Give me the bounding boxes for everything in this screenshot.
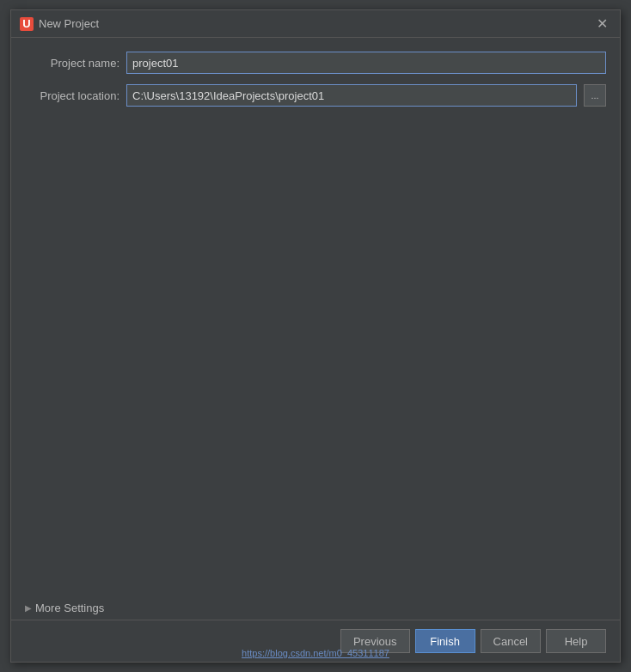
footer-link: https://blog.csdn.net/m0_45311187 (242, 648, 389, 658)
dialog-content: Project name: Project location: ... (11, 38, 620, 596)
project-location-input[interactable] (126, 84, 577, 107)
project-name-row: Project name: (25, 52, 606, 74)
dialog-footer: Previous Finish Cancel Help https://blog… (11, 620, 620, 662)
project-location-row: Project location: ... (25, 84, 606, 107)
app-icon: U (20, 17, 34, 31)
project-location-label: Project location: (25, 89, 119, 102)
cancel-button[interactable]: Cancel (481, 629, 541, 653)
title-bar: U New Project ✕ (11, 10, 620, 38)
browse-button[interactable]: ... (584, 84, 606, 107)
chevron-right-icon: ▶ (25, 603, 32, 613)
more-settings-toggle[interactable]: ▶ More Settings (11, 596, 620, 620)
dialog-title: New Project (39, 17, 99, 30)
more-settings-label: More Settings (35, 602, 104, 614)
help-button[interactable]: Help (546, 629, 606, 653)
close-button[interactable]: ✕ (592, 15, 611, 34)
new-project-dialog: U New Project ✕ Project name: Project lo… (10, 9, 621, 663)
finish-button[interactable]: Finish (415, 629, 475, 653)
dialog-overlay: U New Project ✕ Project name: Project lo… (0, 0, 631, 672)
project-name-label: Project name: (25, 57, 119, 70)
content-spacer (25, 117, 606, 583)
title-bar-left: U New Project (20, 17, 99, 31)
project-name-input[interactable] (126, 52, 606, 74)
